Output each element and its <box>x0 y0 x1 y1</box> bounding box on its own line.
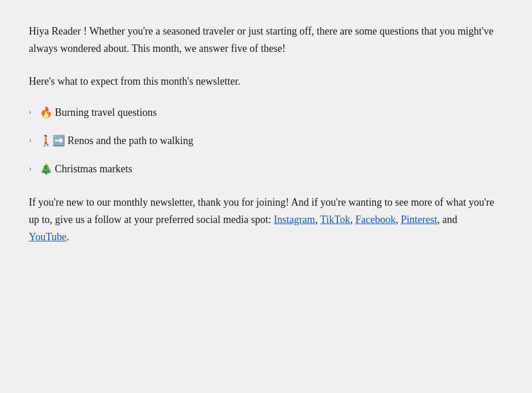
chevron-icon: › <box>29 106 32 119</box>
chevron-icon: › <box>29 134 32 147</box>
list-item-text: 🚶➡️ Renos and the path to walking <box>40 133 193 149</box>
expect-paragraph: Here's what to expect from this month's … <box>29 73 503 90</box>
instagram-link[interactable]: Instagram <box>273 214 315 225</box>
list-item: › 🎄 Christmas markets <box>29 161 503 177</box>
list-item-text: 🔥 Burning travel questions <box>40 104 157 121</box>
youtube-link[interactable]: YouTube <box>29 231 67 243</box>
list-item: › 🚶➡️ Renos and the path to walking <box>29 133 503 149</box>
list-item-text: 🎄 Christmas markets <box>40 161 132 177</box>
facebook-link[interactable]: Facebook <box>355 214 396 225</box>
pinterest-link[interactable]: Pinterest <box>401 214 437 225</box>
and-text: , and <box>437 214 457 225</box>
period: . <box>67 231 70 243</box>
tiktok-link[interactable]: TikTok <box>320 214 350 225</box>
closing-paragraph: If you're new to our monthly newsletter,… <box>29 194 503 245</box>
list-item: › 🔥 Burning travel questions <box>29 104 503 121</box>
chevron-icon: › <box>29 163 32 175</box>
content-area: Hiya Reader ! Whether you're a seasoned … <box>0 0 532 269</box>
comma-2: , <box>350 214 355 225</box>
list-section: › 🔥 Burning travel questions › 🚶➡️ Renos… <box>29 104 503 177</box>
comma-3: , <box>396 214 401 225</box>
intro-paragraph: Hiya Reader ! Whether you're a seasoned … <box>29 23 503 57</box>
comma-1: , <box>315 214 320 225</box>
